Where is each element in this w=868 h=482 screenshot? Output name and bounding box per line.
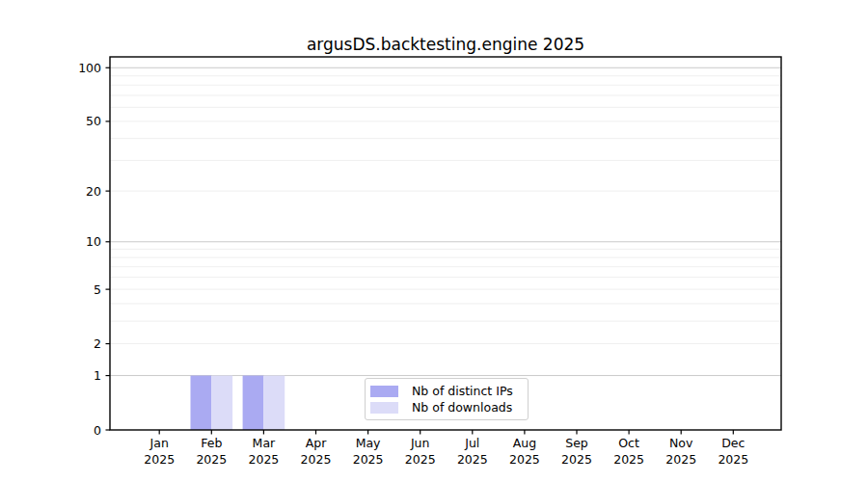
y-tick-label: 20: [86, 184, 101, 199]
y-tick-label: 50: [86, 114, 101, 128]
y-tick-label: 100: [78, 61, 101, 75]
x-tick-label-year: 2025: [353, 452, 384, 467]
x-tick-label-month: Jan: [149, 436, 169, 450]
bar-feb-series1: [211, 376, 232, 430]
legend-item-downloads: Nb of downloads: [370, 399, 523, 415]
x-tick-label-year: 2025: [561, 452, 592, 467]
x-tick-label-month: May: [356, 436, 381, 450]
x-tick-label-month: Feb: [201, 436, 222, 450]
x-tick-label-year: 2025: [665, 452, 696, 467]
x-tick-label-year: 2025: [718, 452, 748, 467]
y-tick-label: 2: [94, 336, 101, 351]
x-tick-label-month: Sep: [565, 436, 588, 450]
x-tick-label-year: 2025: [248, 452, 279, 467]
x-tick-label-year: 2025: [509, 452, 540, 467]
x-tick-label-year: 2025: [144, 452, 175, 467]
bar-mar-series0: [243, 376, 264, 430]
legend-swatch-distinct-ips-icon: [370, 386, 398, 397]
x-tick-label-year: 2025: [457, 452, 488, 467]
x-tick-label-year: 2025: [196, 452, 227, 467]
x-tick-label-month: Dec: [721, 436, 745, 450]
axes-spines: [110, 57, 781, 430]
x-tick-label-month: Aug: [513, 436, 536, 450]
x-tick-label-month: Apr: [306, 436, 327, 450]
bar-mar-series1: [263, 376, 285, 430]
legend-label-distinct-ips: Nb of distinct IPs: [412, 384, 513, 398]
y-tick-label: 5: [94, 282, 101, 297]
legend-item-distinct-ips: Nb of distinct IPs: [370, 383, 523, 399]
y-tick-label: 0: [94, 423, 101, 438]
x-tick-label-month: Jun: [410, 436, 430, 450]
x-tick-label-year: 2025: [613, 452, 644, 467]
x-tick-label-month: Jul: [464, 436, 479, 450]
y-tick-label: 10: [86, 234, 101, 249]
x-tick-label-month: Nov: [669, 436, 693, 450]
x-tick-label-month: Oct: [618, 436, 639, 450]
legend: Nb of distinct IPs Nb of downloads: [365, 378, 529, 420]
y-tick-label: 1: [94, 368, 101, 383]
legend-swatch-downloads-icon: [370, 402, 398, 414]
legend-label-downloads: Nb of downloads: [412, 400, 512, 415]
x-tick-label-year: 2025: [301, 452, 332, 467]
bar-feb-series0: [191, 376, 212, 430]
x-tick-label-year: 2025: [405, 452, 436, 467]
x-tick-label-month: Mar: [253, 436, 276, 450]
chart-figure: argusDS.backtesting.engine 2025 01251020…: [0, 0, 868, 482]
